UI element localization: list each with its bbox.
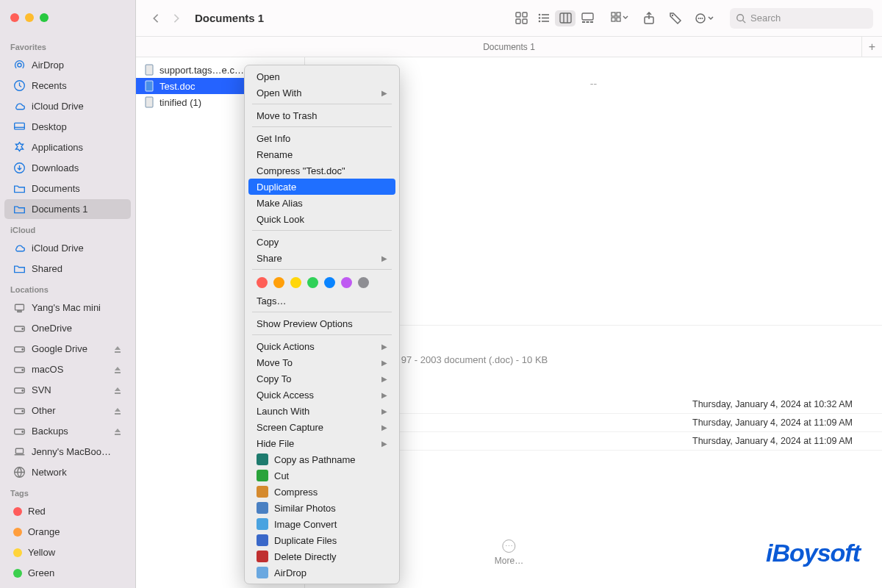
zoom-window-button[interactable] [40,13,49,22]
context-menu-item[interactable]: Copy To▶ [245,370,399,387]
sidebar-item[interactable]: iCloud Drive [4,96,131,116]
sidebar-item[interactable]: macOS [4,359,131,379]
forward-button[interactable] [171,13,182,24]
airdrop-icon [13,59,26,71]
sidebar-item-label: Recents [32,80,67,91]
tag-color-swatch[interactable] [341,277,352,288]
context-menu-service-item[interactable]: Image Convert [245,516,399,532]
context-menu-item[interactable]: Open [245,68,399,85]
context-menu-item[interactable]: Screen Capture▶ [245,419,399,435]
svg-point-46 [700,18,701,19]
tag-color-swatch[interactable] [358,277,369,288]
context-menu-item[interactable]: Launch With▶ [245,403,399,419]
sidebar-item[interactable]: Orange [4,522,131,542]
eject-icon[interactable] [113,345,122,354]
context-menu-service-item[interactable]: Duplicate Files [245,532,399,548]
action-menu-button[interactable] [692,10,718,26]
sidebar-item[interactable]: AirDrop [4,55,131,75]
path-bar[interactable]: Documents 1 [136,37,882,57]
sidebar-item[interactable]: Green [4,563,131,583]
svg-point-8 [22,329,24,330]
context-menu-item[interactable]: Share▶ [245,250,399,266]
svg-rect-2 [15,123,25,129]
context-menu-item[interactable]: Copy [245,234,399,250]
eject-icon[interactable] [113,427,122,436]
sidebar-item[interactable]: Red [4,501,131,521]
context-menu-item[interactable]: Quick Access▶ [245,387,399,403]
sidebar-item-label: Jenny's MacBoo… [32,446,111,457]
list-view-button[interactable] [533,10,553,26]
context-menu-item[interactable]: Rename [245,146,399,162]
context-menu-service-item[interactable]: Cut [245,467,399,484]
sidebar-item[interactable]: Yang's Mac mini [4,298,131,318]
tags-button[interactable] [665,10,686,26]
sidebar-item[interactable]: Other [4,401,131,420]
context-menu-item[interactable]: Hide File▶ [245,435,399,451]
sidebar-item[interactable]: Applications [4,137,131,157]
context-menu-service-item[interactable]: Delete Directly [245,548,399,564]
new-tab-button[interactable]: + [861,37,882,57]
sidebar-item[interactable]: Desktop [4,117,131,137]
context-menu-item[interactable]: Get Info [245,130,399,146]
context-menu-item[interactable]: Tags… [245,293,399,309]
context-menu-item[interactable]: Move to Trash [245,107,399,123]
sidebar-item[interactable]: Jenny's MacBoo… [4,442,131,462]
apps-icon [13,141,26,154]
tag-color-swatch[interactable] [273,277,284,288]
context-menu-item[interactable]: Quick Look [245,211,399,227]
context-menu-item[interactable]: Make Alias [245,195,399,211]
column-view-button[interactable] [555,10,576,26]
context-menu-item[interactable]: Quick Actions▶ [245,338,399,354]
context-menu-tag-colors [245,273,399,293]
sidebar-item[interactable]: Documents [4,179,131,198]
tag-dot-icon [13,548,22,557]
sidebar-item-label: Downloads [32,162,79,173]
context-menu-item[interactable]: Show Preview Options [245,315,399,331]
sidebar-item[interactable]: Network [4,462,131,482]
sidebar-item[interactable]: Google Drive [4,339,131,359]
context-menu-item[interactable]: Duplicate [248,179,395,195]
eject-icon[interactable] [113,365,122,374]
context-menu-service-item[interactable]: Similar Photos [245,500,399,516]
file-icon [143,64,155,76]
sidebar-item[interactable]: SVN [4,380,131,400]
sidebar-item-label: Network [32,467,67,478]
sidebar-item[interactable]: Backups [4,421,131,441]
tag-color-swatch[interactable] [257,277,268,288]
svg-line-49 [743,20,746,23]
eject-icon[interactable] [113,386,122,395]
context-menu-item[interactable]: Move To▶ [245,354,399,370]
laptop-icon [13,445,26,458]
icon-view-button[interactable] [511,10,531,26]
sidebar-item[interactable]: Downloads [4,158,131,178]
sidebar-item[interactable]: iCloud Drive [4,238,131,258]
back-button[interactable] [151,13,161,24]
info-value: Thursday, January 4, 2024 at 11:09 AM [692,436,853,446]
service-app-icon [257,567,268,578]
sidebar-item[interactable]: Yellow [4,542,131,562]
service-app-icon [257,534,268,546]
context-menu-service-item[interactable]: Copy as Pathname [245,451,399,467]
context-menu-item[interactable]: Open With▶ [245,85,399,101]
svg-rect-26 [542,14,549,15]
context-menu-service-item[interactable]: AirDrop [245,564,399,581]
tag-dot-icon [13,507,22,516]
eject-icon[interactable] [113,406,122,415]
share-button[interactable] [639,10,659,26]
context-menu-service-item[interactable]: Compress [245,484,399,500]
tag-color-swatch[interactable] [324,277,335,288]
sidebar-item[interactable]: Recents [4,76,131,96]
minimize-window-button[interactable] [25,13,34,22]
search-input[interactable]: Search [730,8,873,29]
tag-color-swatch[interactable] [307,277,318,288]
svg-rect-31 [560,13,571,23]
more-button[interactable]: ⋯ More… [495,539,523,566]
close-window-button[interactable] [10,13,19,22]
context-menu-item[interactable]: Compress "Test.doc" [245,162,399,179]
tag-color-swatch[interactable] [290,277,301,288]
sidebar-item[interactable]: OneDrive [4,318,131,338]
group-by-button[interactable] [606,10,633,26]
sidebar-item[interactable]: Documents 1 [4,199,131,219]
sidebar-item[interactable]: Shared [4,259,131,279]
gallery-view-button[interactable] [577,10,598,26]
